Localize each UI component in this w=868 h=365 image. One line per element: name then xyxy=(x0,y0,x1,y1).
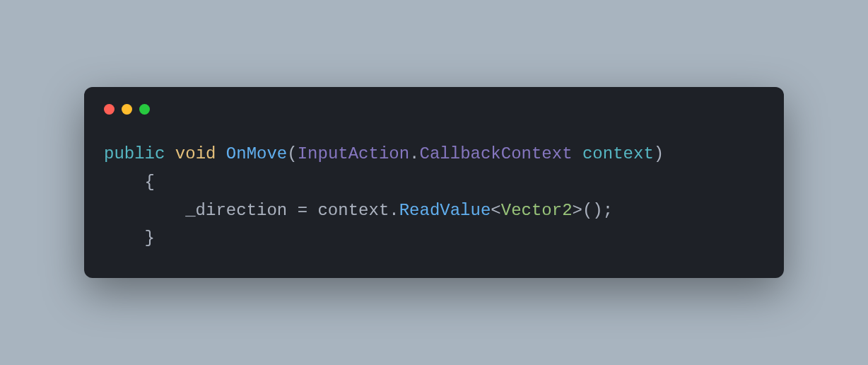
close-icon[interactable] xyxy=(104,104,115,115)
parens-empty: () xyxy=(582,201,603,220)
brace-open: { xyxy=(145,173,155,192)
call-readvalue: ReadValue xyxy=(399,201,491,220)
type-callbackcontext: CallbackContext xyxy=(420,144,573,163)
zoom-icon[interactable] xyxy=(139,104,150,115)
semicolon: ; xyxy=(603,201,613,220)
window-titlebar xyxy=(104,104,764,115)
dot: . xyxy=(409,144,419,163)
dot: . xyxy=(389,201,399,220)
paren-close: ) xyxy=(654,144,664,163)
paren-open: ( xyxy=(287,144,297,163)
param-context: context xyxy=(582,144,654,163)
type-inputaction: InputAction xyxy=(298,144,409,163)
method-name: OnMove xyxy=(226,144,287,163)
brace-close: } xyxy=(145,228,155,248)
ident-context: context xyxy=(317,201,389,220)
code-line: public void OnMove(InputAction.CallbackC… xyxy=(104,144,664,163)
code-line: _direction = context.ReadValue<Vector2>(… xyxy=(185,201,613,220)
generic-vector2: Vector2 xyxy=(501,201,573,220)
keyword-public: public xyxy=(104,144,165,163)
angle-close: > xyxy=(573,201,582,220)
code-window: public void OnMove(InputAction.CallbackC… xyxy=(84,87,784,277)
equals: = xyxy=(298,201,307,220)
code-block: public void OnMove(InputAction.CallbackC… xyxy=(104,140,764,252)
ident-direction: _direction xyxy=(185,201,287,220)
angle-open: < xyxy=(491,201,500,220)
minimize-icon[interactable] xyxy=(122,104,132,115)
keyword-void: void xyxy=(175,144,216,163)
